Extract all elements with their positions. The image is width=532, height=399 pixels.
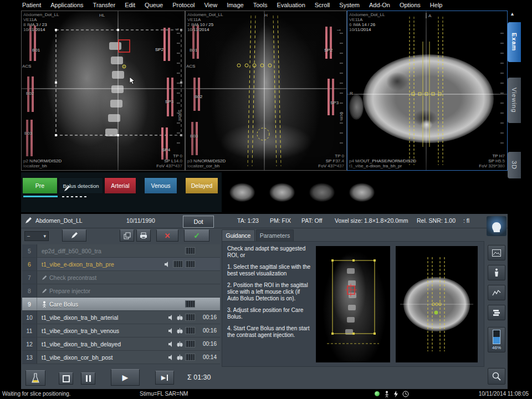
edit-exam-pencil-icon[interactable] [24, 217, 32, 224]
zoom-tool-button[interactable] [488, 368, 505, 385]
copy-button[interactable] [120, 229, 134, 242]
queue-row-5[interactable]: 5 ep2d_diff_b50_800_tra [22, 244, 220, 258]
stop-button[interactable] [59, 372, 73, 385]
phase-delayed-button[interactable]: Delayed [185, 177, 218, 194]
vp1-slice-label-sp2: SP2 [155, 47, 163, 52]
row6-minibox2-icon[interactable] [185, 260, 195, 268]
cancel-step-button[interactable]: ✕ [156, 229, 178, 242]
phase-venous-button[interactable]: Venous [144, 177, 177, 194]
queue-row-9-care-bolus[interactable]: 9 Care Bolus [22, 298, 220, 311]
thumbnail-axial-4[interactable] [344, 175, 380, 208]
vp3-processing-label: p4 M/OUT_PHASE/NORM/DIS2D [349, 158, 416, 163]
menu-options[interactable]: Options [400, 2, 421, 8]
queue-row-7[interactable]: 7 Check precontrast [22, 271, 220, 284]
duplicate-button[interactable] [136, 229, 151, 242]
vp2-pan-arrow-icon[interactable]: → [336, 27, 342, 32]
viewport-coronal[interactable]: Abdomen_Dot_LL VE11A 2 IMA 10 / 25 10/11… [185, 11, 347, 171]
queue-row-8[interactable]: 8 Prepare injector [22, 284, 220, 298]
phase-progress-bar [23, 196, 58, 197]
thumbnail-axial-1[interactable] [224, 175, 260, 208]
vp1-pan-arrow-icon[interactable]: → [174, 25, 180, 30]
speaker-icon [168, 341, 175, 347]
row9-minibox-icon[interactable] [185, 300, 195, 308]
menu-evaluation[interactable]: Evaluation [277, 2, 305, 8]
menu-protocol[interactable]: Protocol [172, 2, 195, 8]
queue-row-13[interactable]: 13 t1_vibe_dixon_cor_bh_post 00:14 [22, 351, 220, 364]
thumbnail-axial-2[interactable] [264, 175, 300, 208]
sequence-type-value: : fl [463, 217, 469, 224]
queue-row-12[interactable]: 12 t1_vibe_dixon_tra_bh_delayed 00:16 [22, 337, 220, 351]
scroll-up-icon[interactable]: ▲ [510, 11, 515, 17]
image-display-button[interactable] [488, 245, 505, 260]
rf-status-icon [393, 391, 398, 397]
dot-button[interactable]: Dot [183, 216, 214, 228]
phase-arterial-button[interactable]: Arterial [104, 177, 136, 194]
menu-help[interactable]: Help [430, 2, 443, 8]
patient-dob: 10/11/1990 [126, 217, 155, 224]
row13-minibox-icon[interactable] [185, 354, 195, 361]
menu-system[interactable]: System [339, 2, 360, 8]
tab-viewing[interactable]: Viewing [508, 78, 521, 123]
row5-minibox-icon[interactable] [185, 247, 195, 254]
thumbnail-axial-3[interactable] [304, 175, 340, 208]
phase-pre-button[interactable]: Pre [22, 177, 58, 194]
viewport-sagittal[interactable]: Abdomen_Dot_LL VE11A 8 IMA 3 / 23 10/11/… [21, 11, 185, 171]
guidance-step-3: 3. Adjust slice position for Care Bolus. [227, 307, 312, 320]
menu-patient[interactable]: Patient [22, 2, 41, 8]
pause-button[interactable] [81, 372, 95, 385]
contrast-injection-button[interactable] [25, 370, 45, 386]
edit-protocol-button[interactable] [62, 229, 86, 242]
row12-minibox-icon[interactable] [185, 340, 195, 347]
vp1-image-number: 8 IMA 3 / 23 [23, 22, 47, 27]
stop-icon [63, 375, 70, 382]
queue-row-10[interactable]: 10 t1_vibe_dixon_tra_bh_arterial 00:16 [22, 311, 220, 324]
physio-chart-button[interactable] [488, 285, 505, 300]
queue-row-11[interactable]: 11 t1_vibe_dixon_tra_bh_venous 00:16 [22, 324, 220, 337]
guidance-sagittal-image[interactable] [316, 246, 390, 362]
vp2-slice-label-b03: B03 [190, 134, 198, 139]
stack-icon [493, 309, 501, 316]
mouse-cursor [129, 76, 136, 85]
bolus-pencil-icon [63, 185, 71, 192]
menu-edit[interactable]: Edit [125, 2, 135, 8]
vp3-image-number: 6 IMA 14 / 26 [349, 22, 375, 27]
vp1-slice-label-sp3: SP3 [165, 99, 173, 104]
apply-step-button[interactable]: ✓ [184, 229, 209, 242]
vp1-slice-label-b01: B01 [32, 48, 40, 53]
tab-3d[interactable]: 3D [508, 152, 521, 178]
vp2-image-number: 2 IMA 10 / 25 [187, 22, 213, 27]
row10-minibox-icon[interactable] [185, 314, 195, 321]
guidance-intro: Check and adapt the suggested ROI, or [227, 245, 312, 259]
speaker-icon [168, 355, 175, 360]
protocol-view-combo[interactable]: – ▾ [24, 231, 49, 241]
menu-tools[interactable]: Tools [253, 2, 268, 8]
vp2-acs-label: ACS [186, 64, 191, 69]
voxel-size-value: Voxel size: 1.8×1.8×20.0mm [335, 217, 408, 224]
guidance-axial-image[interactable] [396, 246, 478, 362]
row6-minibox-icon[interactable] [173, 260, 183, 268]
tab-guidance[interactable]: Guidance [222, 229, 255, 241]
pencil-icon [42, 288, 47, 294]
series-stack-button[interactable] [488, 305, 505, 320]
menu-applications[interactable]: Applications [50, 2, 83, 8]
menu-transfer[interactable]: Transfer [93, 2, 116, 8]
queue-row-6[interactable]: 6 t1_vibe_e-dixon_tra_bh_pre [22, 258, 220, 271]
body-position-button[interactable] [488, 265, 505, 280]
battery-percent: 46% [492, 345, 501, 350]
menu-queue[interactable]: Queue [145, 2, 163, 8]
menu-view[interactable]: View [204, 2, 217, 8]
vp1-patient-name: Abdomen_Dot_LL [23, 12, 59, 17]
vp3-orientation-anterior: A [428, 13, 431, 18]
row11-minibox-icon[interactable] [185, 327, 195, 334]
vp1-scale-label: 10cm [177, 110, 182, 121]
viewport-axial[interactable]: Abdomen_Dot_LL VE11A 6 IMA 14 / 26 10/11… [347, 11, 508, 171]
tab-parameters[interactable]: Parameters [256, 229, 294, 241]
menu-addon[interactable]: Add-On [369, 2, 390, 8]
skip-to-end-button[interactable]: ▶ [155, 371, 174, 385]
head-coil-button[interactable] [487, 216, 507, 236]
menu-scroll[interactable]: Scroll [315, 2, 330, 8]
menu-image[interactable]: Image [227, 2, 244, 8]
vp2-software-version: VE11A [187, 17, 201, 22]
play-button[interactable]: ▶ [111, 369, 140, 386]
tab-exam[interactable]: Exam [508, 22, 521, 62]
